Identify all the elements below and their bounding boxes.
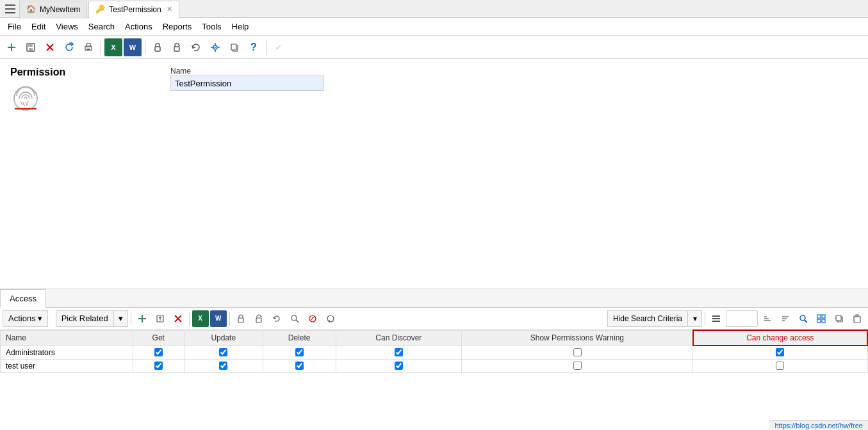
name-input[interactable]	[170, 76, 324, 91]
bottom-panel: Access Actions ▾ Pick Related ▾	[0, 289, 868, 430]
row-testuser-delete	[263, 359, 336, 372]
check-testuser-show-permissions[interactable]	[573, 362, 582, 370]
options-button[interactable]	[206, 38, 224, 56]
menu-edit[interactable]: Edit	[26, 19, 51, 34]
sub-group-button[interactable]	[813, 310, 830, 327]
sub-sort-asc-button[interactable]	[759, 310, 776, 327]
check-testuser-get[interactable]	[154, 362, 163, 370]
lock-button[interactable]	[149, 38, 167, 56]
col-header-get: Get	[133, 330, 184, 346]
menu-views[interactable]: Views	[51, 19, 83, 34]
pick-related-dropdown[interactable]: ▾	[114, 310, 128, 327]
copy-button[interactable]	[225, 38, 243, 56]
check-administrators-get[interactable]	[154, 348, 163, 356]
check-testuser-delete[interactable]	[295, 362, 304, 370]
sub-list-view-button[interactable]	[708, 310, 725, 327]
row-administrators-update	[184, 346, 263, 359]
check-administrators-show-permissions[interactable]	[573, 348, 582, 356]
hamburger-menu[interactable]	[3, 1, 18, 17]
check-administrators-delete[interactable]	[295, 348, 304, 356]
save-button[interactable]	[22, 38, 40, 56]
row-testuser-get	[133, 359, 184, 372]
sub-add-button[interactable]	[134, 310, 151, 327]
menu-tools[interactable]: Tools	[197, 19, 226, 34]
actions-label: Actions	[8, 314, 36, 323]
menu-bar: File Edit Views Search Actions Reports T…	[0, 18, 868, 36]
row-administrators-get	[133, 346, 184, 359]
word-button[interactable]: W	[124, 38, 142, 56]
sub-paste-button[interactable]	[849, 310, 865, 327]
menu-help[interactable]: Help	[227, 19, 254, 34]
tab-testPermission[interactable]: 🔑 TestPermission ✕	[88, 1, 179, 19]
table-row: Administrators	[1, 346, 868, 359]
sub-unlock-button[interactable]	[250, 310, 267, 327]
status-bar: https://blog.csdn.net/hw/free	[769, 420, 868, 430]
toolbar-sep-1	[101, 40, 101, 55]
access-tabs: Access	[0, 289, 868, 308]
sub-upload-button[interactable]	[152, 310, 168, 327]
svg-rect-12	[86, 49, 90, 50]
sub-word-button[interactable]: W	[210, 310, 227, 327]
sub-undo-button[interactable]	[268, 310, 285, 327]
sub-copy2-button[interactable]	[831, 310, 848, 327]
actions-button[interactable]: Actions ▾	[3, 310, 48, 327]
row-administrators-can-change-access	[693, 346, 867, 359]
col-header-can-change-access: Can change access	[693, 330, 867, 346]
excel-button[interactable]: X	[104, 38, 122, 56]
check-testuser-update[interactable]	[219, 362, 227, 370]
hide-search-button[interactable]: Hide Search Criteria ▾	[607, 310, 702, 327]
sub-toolbar-sep-2	[189, 312, 190, 326]
svg-rect-39	[712, 315, 720, 317]
sub-clear-button[interactable]	[304, 310, 321, 327]
sub-lock-button[interactable]	[233, 310, 249, 327]
add-button[interactable]	[3, 38, 20, 56]
sub-magnify-button[interactable]	[795, 310, 812, 327]
sub-search-button[interactable]	[286, 310, 303, 327]
row-administrators-can-discover	[336, 346, 461, 359]
delete-button[interactable]	[41, 38, 59, 56]
svg-rect-41	[712, 321, 720, 322]
tab-myNewItem-label: MyNewItem	[40, 5, 80, 14]
pick-related-label: Pick Related	[61, 314, 108, 323]
undo-button[interactable]	[187, 38, 205, 56]
row-administrators-delete	[263, 346, 336, 359]
tab-access[interactable]: Access	[0, 289, 46, 308]
row-administrators-show-permissions	[462, 346, 693, 359]
svg-rect-53	[822, 319, 825, 322]
svg-rect-57	[856, 315, 858, 317]
hide-search-text: Hide Search Criteria	[613, 314, 682, 323]
menu-search[interactable]: Search	[83, 19, 120, 34]
row-administrators-name: Administrators	[1, 346, 133, 359]
svg-point-37	[327, 315, 334, 322]
main-toolbar: X W ? ✔	[0, 36, 868, 59]
access-grid: Name Get Update Delete Can Discover Show…	[0, 330, 868, 373]
check-testuser-can-discover[interactable]	[395, 362, 403, 370]
sub-toolbar-sep-1	[131, 312, 131, 326]
check-administrators-update[interactable]	[219, 348, 227, 356]
sub-delete-button[interactable]	[170, 310, 186, 327]
print-button[interactable]	[79, 38, 97, 56]
sub-search-box[interactable]	[726, 310, 758, 327]
tab-myNewItem[interactable]: 🏠 MyNewItem	[19, 1, 87, 19]
hide-search-dropdown[interactable]: ▾	[687, 311, 701, 326]
sub-filter-button[interactable]	[322, 310, 339, 327]
col-header-name: Name	[1, 330, 133, 346]
col-header-show-permissions-warning: Show Permissions Warning	[462, 330, 693, 346]
refresh-button[interactable]	[60, 38, 78, 56]
pick-related-button[interactable]: Pick Related	[56, 310, 114, 327]
check-administrators-can-discover[interactable]	[395, 348, 403, 356]
unlock-button[interactable]	[168, 38, 186, 56]
menu-file[interactable]: File	[3, 19, 26, 34]
check-administrators-can-change-access[interactable]	[776, 348, 784, 356]
sub-sort-desc-button[interactable]	[777, 310, 794, 327]
sub-excel-button[interactable]: X	[192, 310, 209, 327]
sub-toolbar-sep-4	[705, 312, 705, 326]
svg-rect-2	[5, 12, 15, 13]
help-button[interactable]: ?	[245, 38, 263, 56]
tab-testPermission-close[interactable]: ✕	[167, 5, 172, 13]
check-testuser-can-change-access[interactable]	[776, 362, 784, 370]
row-testuser-can-change-access	[693, 359, 867, 372]
svg-rect-1	[5, 8, 15, 10]
menu-reports[interactable]: Reports	[158, 19, 197, 34]
menu-actions[interactable]: Actions	[120, 19, 158, 34]
